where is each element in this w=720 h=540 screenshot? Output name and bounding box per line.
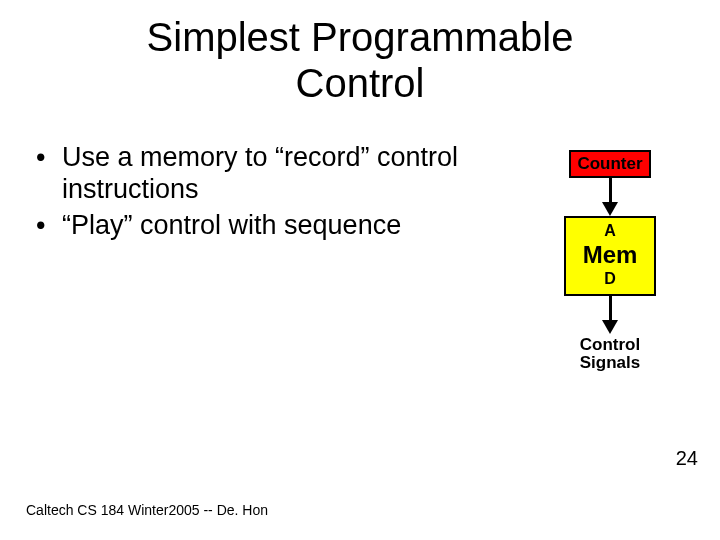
footer-text: Caltech CS 184 Winter2005 -- De. Hon [26,502,268,518]
counter-block: Counter [540,150,680,178]
control-signals-label: Control Signals [540,336,680,373]
arrow-shaft [609,296,612,320]
counter-box: Counter [569,150,650,178]
arrow-down-icon [540,178,680,216]
arrow-down-icon [540,296,680,334]
arrow-head [602,202,618,216]
bullet-item: Use a memory to “record” control instruc… [30,142,470,206]
title-line1: Simplest Programmable [147,15,574,59]
bullet-item: “Play” control with sequence [30,210,470,242]
mem-box: A Mem D [564,216,656,296]
slide: Simplest Programmable Control Use a memo… [0,0,720,540]
bullet-list: Use a memory to “record” control instruc… [30,142,470,246]
mem-port-a: A [566,222,654,240]
arrow-shaft [609,178,612,202]
bullet-text: Use a memory to “record” control instruc… [62,142,458,204]
bullet-text: “Play” control with sequence [62,210,401,240]
signals-line2: Signals [580,353,640,372]
diagram: Counter A Mem D Control Signals [540,150,680,373]
title-line2: Control [296,61,425,105]
slide-title: Simplest Programmable Control [0,14,720,106]
page-number: 24 [676,447,698,470]
arrow-head [602,320,618,334]
signals-line1: Control [580,335,640,354]
mem-label: Mem [566,242,654,268]
mem-port-d: D [566,270,654,288]
